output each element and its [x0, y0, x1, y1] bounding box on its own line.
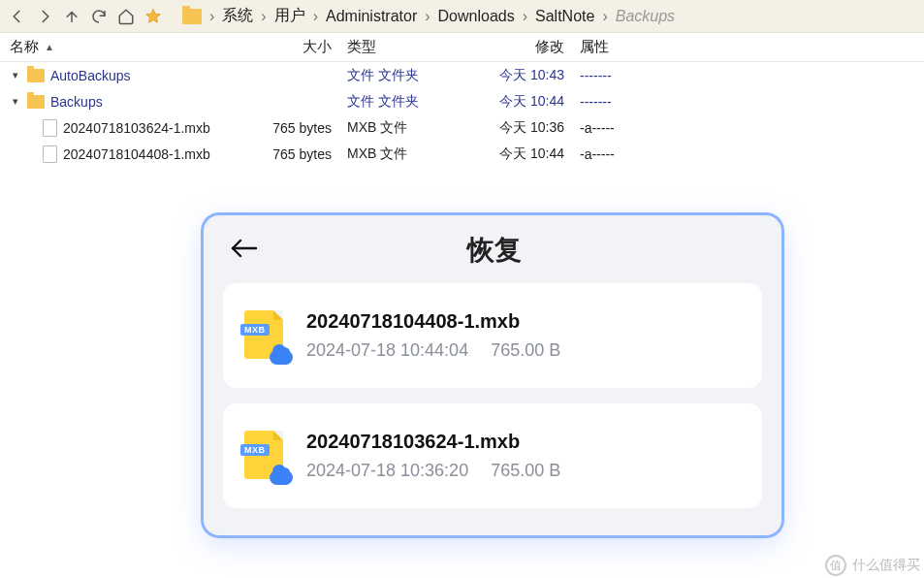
col-type-header[interactable]: 类型 — [339, 38, 485, 56]
backup-item[interactable]: MXB 20240718104408-1.mxb 2024-07-18 10:4… — [223, 283, 762, 388]
file-type: 文件 文件夹 — [339, 93, 485, 111]
breadcrumb-item[interactable]: 系统 — [218, 6, 257, 26]
file-icon — [43, 145, 57, 163]
dialog-title: 恢复 — [227, 232, 762, 269]
file-modified: 今天 10:44 — [485, 145, 572, 163]
table-row[interactable]: 20240718103624-1.mxb 765 bytes MXB 文件 今天… — [0, 114, 924, 141]
chevron-right-icon: › — [257, 8, 270, 25]
chevron-down-icon[interactable]: ▾ — [10, 69, 21, 81]
column-header: 名称 ▲ 大小 类型 修改 属性 — [0, 33, 924, 62]
breadcrumb-item[interactable]: Downloads — [434, 8, 519, 25]
file-modified: 今天 10:43 — [485, 67, 572, 84]
backup-date: 2024-07-18 10:44:04 — [306, 340, 468, 360]
breadcrumb-current[interactable]: Backups — [612, 8, 679, 25]
file-list: ▾ AutoBackups 文件 文件夹 今天 10:43 ------- ▾ … — [0, 62, 924, 167]
file-name: AutoBackups — [50, 68, 131, 83]
table-row[interactable]: ▾ Backups 文件 文件夹 今天 10:44 ------- — [0, 88, 924, 114]
file-attr: ------- — [572, 94, 669, 110]
file-modified: 今天 10:44 — [485, 93, 572, 111]
file-icon — [43, 119, 57, 137]
nav-back-button[interactable] — [4, 3, 31, 30]
mxb-file-icon: MXB — [244, 310, 287, 361]
favorite-button[interactable] — [140, 3, 167, 30]
mxb-file-icon: MXB — [244, 431, 287, 481]
cloud-icon — [270, 470, 293, 485]
folder-icon — [182, 9, 202, 24]
table-row[interactable]: 20240718104408-1.mxb 765 bytes MXB 文件 今天… — [0, 141, 924, 167]
col-attr-header[interactable]: 属性 — [572, 38, 669, 56]
breadcrumb-item[interactable]: Administrator — [322, 8, 421, 25]
file-attr: -a----- — [572, 146, 669, 162]
breadcrumb-item[interactable]: SaltNote — [531, 8, 598, 25]
folder-icon — [27, 69, 45, 82]
restore-dialog: 恢复 MXB 20240718104408-1.mxb 2024-07-18 1… — [204, 215, 781, 535]
home-button[interactable] — [112, 3, 140, 30]
watermark-text: 什么值得买 — [852, 557, 920, 574]
file-type: MXB 文件 — [339, 119, 485, 137]
file-size: 765 bytes — [271, 146, 339, 162]
file-ext-badge: MXB — [240, 444, 270, 456]
col-modified-header[interactable]: 修改 — [485, 38, 572, 56]
backup-date: 2024-07-18 10:36:20 — [306, 461, 468, 480]
nav-up-button[interactable] — [58, 3, 85, 30]
folder-icon — [27, 95, 45, 109]
file-size: 765 bytes — [271, 120, 339, 136]
refresh-button[interactable] — [85, 3, 112, 30]
file-modified: 今天 10:36 — [485, 119, 572, 137]
table-row[interactable]: ▾ AutoBackups 文件 文件夹 今天 10:43 ------- — [0, 62, 924, 88]
file-name: 20240718103624-1.mxb — [63, 120, 210, 136]
backup-name: 20240718104408-1.mxb — [306, 310, 560, 333]
breadcrumb: › 系统 › 用户 › Administrator › Downloads › … — [182, 6, 920, 26]
chevron-right-icon: › — [421, 8, 433, 25]
chevron-down-icon[interactable]: ▾ — [10, 95, 21, 108]
backup-name: 20240718103624-1.mxb — [306, 431, 560, 453]
cloud-icon — [270, 350, 293, 365]
chevron-right-icon: › — [598, 8, 611, 25]
toolbar: › 系统 › 用户 › Administrator › Downloads › … — [0, 0, 924, 33]
file-attr: ------- — [572, 68, 669, 83]
chevron-right-icon: › — [519, 8, 531, 25]
watermark-icon: 值 — [825, 555, 846, 576]
col-name-header[interactable]: 名称 ▲ — [10, 38, 271, 56]
file-attr: -a----- — [572, 120, 669, 136]
file-name: Backups — [50, 94, 103, 110]
nav-forward-button[interactable] — [31, 3, 58, 30]
file-type: MXB 文件 — [339, 145, 485, 163]
file-type: 文件 文件夹 — [339, 67, 485, 84]
backup-item[interactable]: MXB 20240718103624-1.mxb 2024-07-18 10:3… — [223, 403, 762, 508]
file-ext-badge: MXB — [240, 324, 270, 336]
backup-size: 765.00 B — [491, 340, 560, 360]
backup-size: 765.00 B — [491, 461, 560, 480]
chevron-right-icon: › — [309, 8, 322, 25]
sort-asc-icon: ▲ — [45, 42, 54, 52]
breadcrumb-item[interactable]: 用户 — [271, 6, 309, 26]
file-name: 20240718104408-1.mxb — [63, 146, 210, 162]
col-size-header[interactable]: 大小 — [271, 38, 339, 56]
col-name-label: 名称 — [10, 38, 39, 56]
chevron-right-icon: › — [206, 8, 218, 25]
watermark: 值 什么值得买 — [825, 555, 920, 576]
